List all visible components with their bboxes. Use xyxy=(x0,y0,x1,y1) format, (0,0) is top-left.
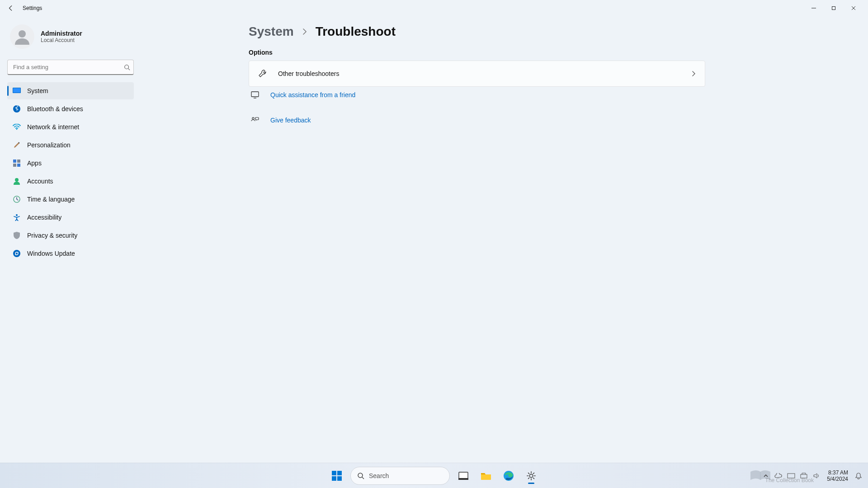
svg-rect-19 xyxy=(337,471,342,475)
svg-point-16 xyxy=(252,117,254,119)
close-button[interactable] xyxy=(844,1,863,15)
taskbar-center: Search xyxy=(328,467,540,485)
taskbar-search-label: Search xyxy=(369,472,389,479)
titlebar: Settings xyxy=(0,0,868,16)
taskbar: Search The Collection Book 8:37 AM 5/4/2… xyxy=(0,463,868,488)
wrench-icon xyxy=(258,69,267,78)
shield-icon xyxy=(13,231,21,239)
search-wrap xyxy=(7,60,134,75)
link-row-quick-assistance: Quick assistance from a friend xyxy=(249,89,850,101)
gear-icon xyxy=(526,471,536,481)
clock-globe-icon xyxy=(13,195,21,203)
svg-rect-4 xyxy=(13,88,20,93)
chevron-right-icon xyxy=(691,70,696,77)
close-icon xyxy=(851,6,856,10)
taskbar-clock[interactable]: 8:37 AM 5/4/2024 xyxy=(824,469,851,482)
nav-item-windows-update[interactable]: Windows Update xyxy=(7,245,134,262)
nav-item-privacy[interactable]: Privacy & security xyxy=(7,227,134,244)
chevron-up-icon xyxy=(763,473,769,479)
svg-point-13 xyxy=(16,214,18,216)
back-button[interactable] xyxy=(5,2,17,14)
card-other-troubleshooters[interactable]: Other troubleshooters xyxy=(249,61,705,87)
nav-label: Windows Update xyxy=(27,250,75,257)
maximize-icon xyxy=(831,6,836,10)
paintbrush-icon xyxy=(13,141,21,149)
search-button[interactable] xyxy=(124,64,130,70)
file-explorer-button[interactable] xyxy=(477,467,495,485)
edge-button[interactable] xyxy=(500,467,518,485)
svg-rect-17 xyxy=(255,117,259,120)
nav-label: Time & language xyxy=(27,196,75,203)
system-tray: 8:37 AM 5/4/2024 xyxy=(761,467,863,485)
window-title: Settings xyxy=(23,5,42,11)
svg-point-22 xyxy=(358,473,363,478)
search-icon xyxy=(357,472,364,479)
keyboard-icon xyxy=(787,473,795,479)
svg-rect-23 xyxy=(459,472,468,479)
content-area: System Troubleshoot Options Other troubl… xyxy=(140,16,868,463)
nav-item-bluetooth[interactable]: Bluetooth & devices xyxy=(7,100,134,117)
nav-item-system[interactable]: System xyxy=(7,82,134,99)
nav-item-personalization[interactable]: Personalization xyxy=(7,136,134,154)
nav-label: Accessibility xyxy=(27,214,61,221)
minimize-button[interactable] xyxy=(804,1,824,15)
link-give-feedback[interactable]: Give feedback xyxy=(270,117,311,124)
tray-volume-icon[interactable] xyxy=(811,467,821,485)
nav-label: Bluetooth & devices xyxy=(27,105,83,113)
svg-point-6 xyxy=(16,129,18,130)
notifications-button[interactable] xyxy=(854,467,863,485)
person-icon xyxy=(13,28,31,46)
svg-rect-9 xyxy=(13,164,16,167)
svg-point-1 xyxy=(19,30,26,38)
nav-item-accounts[interactable]: Accounts xyxy=(7,173,134,190)
nav-label: Personalization xyxy=(27,141,71,149)
tray-language-icon[interactable] xyxy=(786,467,796,485)
account-icon xyxy=(13,177,21,185)
accessibility-icon xyxy=(13,213,21,221)
nav-label: Network & internet xyxy=(27,123,79,131)
nav-item-time-language[interactable]: Time & language xyxy=(7,191,134,208)
breadcrumb-current: Troubleshoot xyxy=(316,24,396,39)
start-button[interactable] xyxy=(328,467,346,485)
task-view-button[interactable] xyxy=(454,467,472,485)
svg-rect-7 xyxy=(13,160,16,163)
taskbar-search[interactable]: Search xyxy=(350,467,450,485)
nav-label: System xyxy=(27,87,48,94)
clock-date: 5/4/2024 xyxy=(827,476,848,482)
svg-rect-8 xyxy=(17,160,20,163)
svg-rect-21 xyxy=(337,476,342,481)
breadcrumb-parent[interactable]: System xyxy=(249,24,294,39)
nav-label: Accounts xyxy=(27,178,53,185)
tray-network-icon[interactable] xyxy=(799,467,809,485)
bell-icon xyxy=(855,472,862,479)
back-arrow-icon xyxy=(8,5,14,11)
link-quick-assistance[interactable]: Quick assistance from a friend xyxy=(270,91,355,99)
clock-time: 8:37 AM xyxy=(827,469,848,476)
maximize-button[interactable] xyxy=(824,1,844,15)
task-view-icon xyxy=(458,472,468,480)
svg-point-11 xyxy=(15,178,19,182)
nav-item-accessibility[interactable]: Accessibility xyxy=(7,209,134,226)
system-icon xyxy=(13,87,21,95)
section-heading-options: Options xyxy=(249,49,850,56)
feedback-icon xyxy=(250,117,259,124)
tray-chevron-button[interactable] xyxy=(761,467,771,485)
settings-taskbar-button[interactable] xyxy=(522,467,540,485)
svg-rect-24 xyxy=(458,478,468,480)
nav-label: Privacy & security xyxy=(27,232,77,239)
search-input[interactable] xyxy=(7,60,134,75)
chevron-right-icon xyxy=(302,28,307,36)
svg-rect-0 xyxy=(832,7,835,10)
nav-item-apps[interactable]: Apps xyxy=(7,155,134,172)
search-icon xyxy=(124,64,130,70)
card-label: Other troubleshooters xyxy=(278,70,691,77)
sidebar: Administrator Local Account System Bluet… xyxy=(0,16,140,463)
svg-point-26 xyxy=(529,474,533,477)
nav-item-network[interactable]: Network & internet xyxy=(7,118,134,136)
profile-block[interactable]: Administrator Local Account xyxy=(7,16,134,60)
tray-onedrive-icon[interactable] xyxy=(774,467,783,485)
svg-rect-10 xyxy=(17,164,20,167)
svg-rect-28 xyxy=(801,474,807,478)
svg-point-14 xyxy=(13,250,20,257)
svg-point-2 xyxy=(125,65,129,69)
